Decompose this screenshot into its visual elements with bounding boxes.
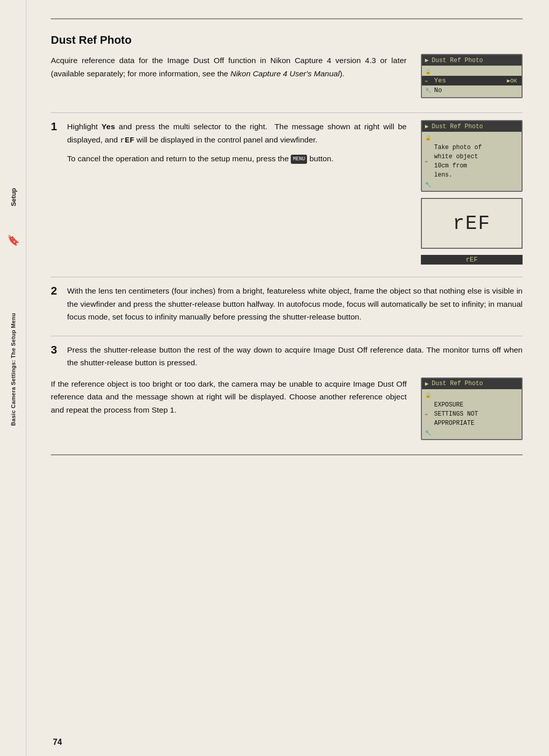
lcd3-wrench-icon: 🔧 <box>425 430 432 436</box>
step1-bold: Yes <box>102 122 115 131</box>
step1-right: ▶ Dust Ref Photo 🔒 ✏ Take photo ofwhite … <box>421 120 523 265</box>
lcd1-header: ▶ Dust Ref Photo <box>422 55 522 66</box>
intro-text-after: ). <box>340 69 344 78</box>
lcd3-row-wrench: 🔧 <box>422 429 522 437</box>
step1-text: Highlight Yes and press the multi select… <box>67 120 407 147</box>
intro-text-before: Acquire reference data for the Image Dus… <box>51 56 407 78</box>
lcd3-arrow-icon: ▶ <box>425 380 429 388</box>
lcd1-row-lock: 🔒 <box>422 68 522 76</box>
step1-code: rEF <box>120 136 134 145</box>
lcd1-header-text: Dust Ref Photo <box>432 57 483 64</box>
lcd-screen-2: ▶ Dust Ref Photo 🔒 ✏ Take photo ofwhite … <box>421 120 523 192</box>
top-divider <box>51 18 523 19</box>
step2-number: 2 <box>51 284 62 298</box>
ref-bottom-bar: rEF <box>421 255 523 265</box>
bottom-divider <box>51 454 523 455</box>
lcd3-pencil-icon: ✏ <box>425 411 432 417</box>
menu-icon: MENU <box>291 155 307 164</box>
step3-text: Press the shutter-release button the res… <box>67 343 523 369</box>
intro-italic: Nikon Capture 4 User's Manual <box>230 69 340 78</box>
lcd2-lock-icon: 🔒 <box>425 135 432 141</box>
lcd2-body: 🔒 ✏ Take photo ofwhite object10cm fromle… <box>422 132 522 191</box>
sidebar-basic-label: Basic Camera Settings: The Setup Menu <box>10 313 16 426</box>
lcd2-row-text: ✏ Take photo ofwhite object10cm fromlens… <box>422 142 522 181</box>
lock-icon: 🔒 <box>425 69 432 75</box>
lcd2-header-text: Dust Ref Photo <box>432 123 483 130</box>
step2-header: 2 With the lens ten centimeters (four in… <box>51 284 523 324</box>
bookmark-icon: 🔖 <box>7 234 20 246</box>
step1-section: 1 Highlight Yes and press the multi sele… <box>51 112 523 265</box>
lcd-screen-3: ▶ Dust Ref Photo 🔒 ✏ EXPOSURESETTINGS NO… <box>421 377 523 440</box>
main-content: Dust Ref Photo Acquire reference data fo… <box>26 0 549 756</box>
step3-inner: If the reference object is too bright or… <box>51 377 523 440</box>
lcd3-body: 🔒 ✏ EXPOSURESETTINGS NOTAPPROPRIATE 🔧 <box>422 389 522 439</box>
wrench-icon: 🔧 <box>425 88 432 94</box>
pencil-icon: ✏ <box>425 78 432 84</box>
lcd2-arrow-icon: ▶ <box>425 123 429 130</box>
step1-content: 1 Highlight Yes and press the multi sele… <box>51 120 407 265</box>
sidebar-setup-label: Setup <box>10 188 17 206</box>
lcd1-row-yes: ✏ Yes ▶OK <box>422 76 522 85</box>
lcd2-row-lock: 🔒 <box>422 134 522 142</box>
lcd3-header-text: Dust Ref Photo <box>432 380 483 387</box>
lcd3-header: ▶ Dust Ref Photo <box>422 379 522 389</box>
step2-text: With the lens ten centimeters (four inch… <box>67 284 523 324</box>
step1-number: 1 <box>51 120 62 133</box>
step3-note-content: If the reference object is too bright or… <box>51 377 407 417</box>
step3-header: 3 Press the shutter-release button the r… <box>51 343 523 369</box>
lcd-screen-1: ▶ Dust Ref Photo 🔒 ✏ Yes ▶OK 🔧 No <box>421 54 523 98</box>
ref-large-text: rEF <box>453 213 491 235</box>
lcd1-row-no: 🔧 No <box>422 85 522 95</box>
page-title: Dust Ref Photo <box>51 34 523 47</box>
lcd2-pencil-icon: ✏ <box>425 158 432 164</box>
ref-display-box: rEF <box>421 198 523 249</box>
sidebar: Setup 🔖 Basic Camera Settings: The Setup… <box>0 0 26 756</box>
intro-section: Acquire reference data for the Image Dus… <box>51 54 523 98</box>
lcd2-header: ▶ Dust Ref Photo <box>422 121 522 132</box>
step3-section: 3 Press the shutter-release button the r… <box>51 336 523 440</box>
step3-note-text: If the reference object is too bright or… <box>51 377 407 417</box>
lcd3-row-lock: 🔒 <box>422 391 522 399</box>
step3-right: ▶ Dust Ref Photo 🔒 ✏ EXPOSURESETTINGS NO… <box>421 377 523 440</box>
step1-subtext: To cancel the operation and return to th… <box>51 152 407 165</box>
lcd1-body: 🔒 ✏ Yes ▶OK 🔧 No <box>422 66 522 97</box>
lcd3-row-text: ✏ EXPOSURESETTINGS NOTAPPROPRIATE <box>422 399 522 429</box>
lcd3-lock-icon: 🔒 <box>425 392 432 398</box>
step3-number: 3 <box>51 343 62 357</box>
lcd2-row-wrench: 🔧 <box>422 181 522 189</box>
lcd1-arrow-icon: ▶ <box>425 56 429 64</box>
step1-header: 1 Highlight Yes and press the multi sele… <box>51 120 407 147</box>
lcd2-wrench-icon: 🔧 <box>425 182 432 188</box>
intro-text: Acquire reference data for the Image Dus… <box>51 54 407 80</box>
step2-section: 2 With the lens ten centimeters (four in… <box>51 277 523 324</box>
page-number: 74 <box>53 738 62 747</box>
